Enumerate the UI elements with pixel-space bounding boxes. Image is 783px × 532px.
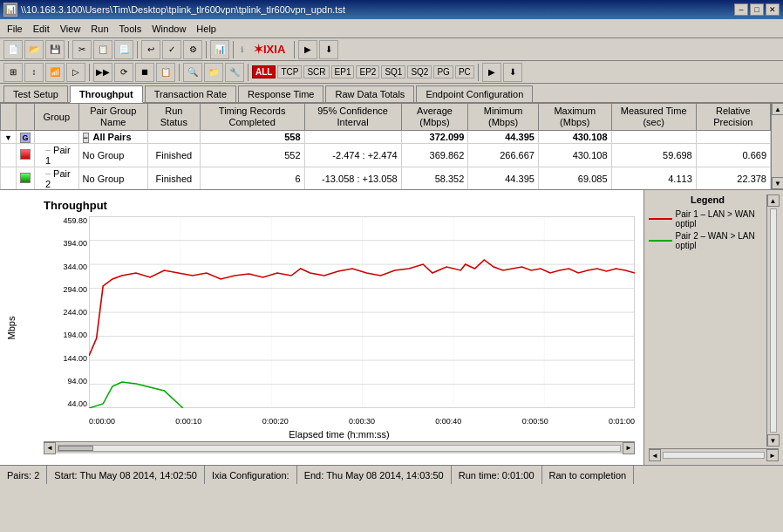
tab-test-setup[interactable]: Test Setup [3, 85, 68, 102]
status-start: Start: Thu May 08 2014, 14:02:50 [47, 466, 205, 484]
tb2-btn11[interactable]: 🔧 [225, 63, 244, 82]
pair1-measured: 59.698 [611, 144, 696, 167]
col-group: Group [35, 104, 79, 131]
sq2-button[interactable]: SQ2 [407, 65, 432, 78]
tb2-btn6[interactable]: ⟳ [114, 63, 133, 82]
tb2-btn10[interactable]: 📁 [204, 63, 223, 82]
tb2-btn8[interactable]: 📋 [156, 63, 175, 82]
sep-3 [206, 41, 207, 58]
status-runtime: Run time: 0:01:00 [452, 466, 542, 484]
tb2-btn4[interactable]: ▷ [66, 63, 85, 82]
tab-endpoint-config[interactable]: Endpoint Configuration [416, 85, 533, 102]
pair2-average: 58.352 [401, 167, 468, 190]
pair1-average: 369.862 [401, 144, 468, 167]
table-row[interactable]: ┄ Pair 1 No Group Finished 552 -2.474 : … [1, 144, 771, 167]
tb2-btn13[interactable]: ⬇ [503, 63, 522, 82]
pc-button[interactable]: PC [455, 65, 474, 78]
menu-tools[interactable]: Tools [114, 22, 147, 36]
sq1-button[interactable]: SQ1 [381, 65, 405, 78]
import-btn[interactable]: ⬇ [319, 40, 338, 59]
tb2-btn12[interactable]: ▶ [482, 63, 501, 82]
undo-button[interactable]: ↩ [141, 40, 160, 59]
menu-file[interactable]: File [2, 22, 28, 36]
scroll-right-btn[interactable]: ► [623, 442, 635, 454]
restore-button[interactable]: □ [750, 3, 764, 16]
chart-button[interactable]: 📊 [210, 40, 229, 59]
pair2-confidence: -13.058 : +13.058 [304, 167, 401, 190]
legend-scroll-up[interactable]: ▲ [767, 194, 780, 207]
save-button[interactable]: 💾 [45, 40, 65, 59]
settings-button[interactable]: ⚙ [183, 40, 202, 59]
y-tick-9: 459.80 [63, 216, 87, 225]
scroll-track[interactable] [58, 445, 621, 452]
confidence-cell [304, 131, 401, 144]
col-run-status: Run Status [147, 104, 200, 131]
tab-raw-data-totals[interactable]: Raw Data Totals [325, 85, 414, 102]
legend-scroll-track[interactable] [770, 208, 777, 433]
scroll-up-btn[interactable]: ▲ [772, 103, 783, 115]
tab-bar: Test Setup Throughput Transaction Rate R… [0, 84, 783, 103]
chart-container: Throughput Mbps 459.80 394.00 344.00 294… [0, 190, 783, 465]
y-tick-2: 94.00 [67, 377, 87, 385]
sep-4 [233, 41, 234, 58]
minimum-cell: 44.395 [468, 131, 539, 144]
y-axis-label: Mbps [6, 316, 17, 339]
status-end: End: Thu May 08 2014, 14:03:50 [297, 466, 452, 484]
expand-cell-p2 [1, 167, 17, 190]
menu-run[interactable]: Run [85, 22, 113, 36]
cut-button[interactable]: ✂ [72, 40, 92, 59]
new-button[interactable]: 📄 [3, 40, 23, 59]
status-completion: Ran to completion [542, 466, 635, 484]
timing-records-cell: 558 [200, 131, 304, 144]
scroll-down-btn[interactable]: ▼ [772, 177, 783, 189]
menu-help[interactable]: Help [191, 22, 221, 36]
all-button[interactable]: ALL [252, 65, 276, 78]
x-axis-label: Elapsed time (h:mm:ss) [44, 429, 635, 440]
table-row[interactable]: ▼ G − All Pairs 558 372.099 44.395 430.1… [1, 131, 771, 144]
export-btn[interactable]: ▶ [298, 40, 317, 59]
status-bar: Pairs: 2 Start: Thu May 08 2014, 14:02:5… [0, 465, 783, 484]
menu-window[interactable]: Window [146, 22, 191, 36]
tab-response-time[interactable]: Response Time [238, 85, 323, 102]
tb2-btn9[interactable]: 🔍 [183, 63, 202, 82]
open-button[interactable]: 📂 [24, 40, 44, 59]
y-tick-8: 394.00 [63, 239, 87, 248]
menu-bar: File Edit View Run Tools Window Help [0, 19, 783, 38]
pair1-icon-cell [17, 144, 35, 167]
tab-transaction-rate[interactable]: Transaction Rate [145, 85, 236, 102]
chart-hscroll: ◄ ► [44, 441, 635, 454]
copy-button[interactable]: 📋 [93, 40, 112, 59]
legend-scroll-down[interactable]: ▼ [767, 434, 780, 447]
run-status-cell [147, 131, 200, 144]
tcp-button[interactable]: TCP [277, 65, 302, 78]
x-tick-5: 0:00:40 [435, 417, 461, 426]
ep1-button[interactable]: EP1 [331, 65, 355, 78]
paste-button[interactable]: 📃 [114, 40, 133, 59]
scr-button[interactable]: SCR [303, 65, 329, 78]
tb2-btn3[interactable]: 📶 [45, 63, 65, 82]
y-tick-4: 194.00 [63, 331, 87, 339]
menu-edit[interactable]: Edit [28, 22, 55, 36]
minimize-button[interactable]: – [734, 3, 748, 16]
tb2-btn1[interactable]: ⊞ [3, 63, 23, 82]
close-button[interactable]: ✕ [766, 3, 780, 16]
legend-scroll-right[interactable]: ► [766, 449, 779, 461]
expand-cell[interactable]: ▼ [1, 131, 17, 144]
ep2-button[interactable]: EP2 [356, 65, 379, 78]
tb2-btn7[interactable]: ⏹ [135, 63, 154, 82]
sep-5 [294, 41, 295, 58]
pg-button[interactable]: PG [433, 65, 453, 78]
table-row[interactable]: ┄ Pair 2 No Group Finished 6 -13.058 : +… [1, 167, 771, 190]
legend-scroll-left[interactable]: ◄ [649, 449, 661, 461]
tb2-btn5[interactable]: ▶▶ [93, 63, 112, 82]
tab-throughput[interactable]: Throughput [70, 85, 143, 103]
scroll-left-btn[interactable]: ◄ [44, 442, 56, 454]
col-minimum: Minimum (Mbps) [468, 104, 539, 131]
legend-hscroll-track[interactable] [663, 452, 765, 459]
col-confidence: 95% Confidence Interval [304, 104, 401, 131]
tb2-btn2[interactable]: ↕ [24, 63, 44, 82]
menu-view[interactable]: View [55, 22, 86, 36]
relative-precision-cell [696, 131, 770, 144]
scroll-thumb[interactable] [58, 446, 93, 451]
check-button[interactable]: ✓ [162, 40, 181, 59]
